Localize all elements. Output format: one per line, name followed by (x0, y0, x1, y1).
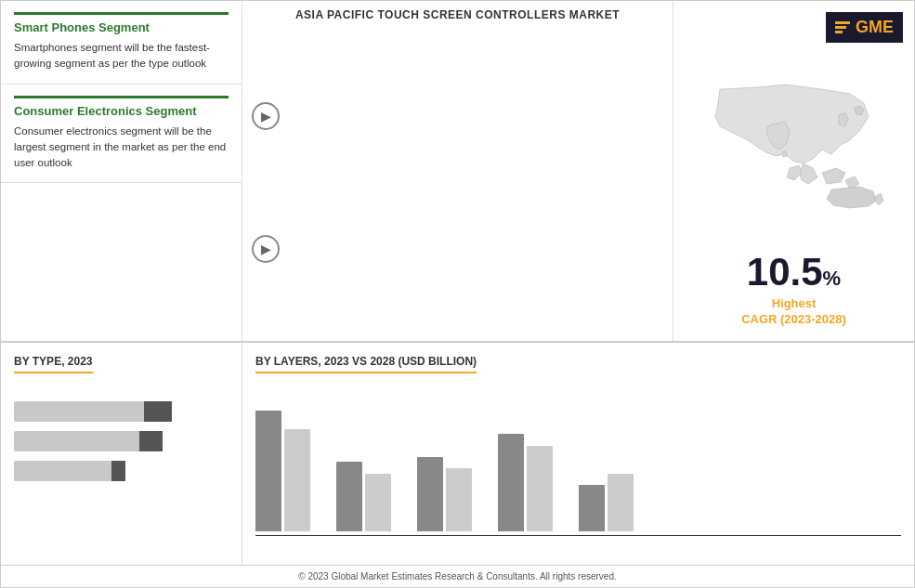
segment1-text: Smartphones segment will be the fastest-… (14, 40, 229, 72)
hbar-3-fill (111, 461, 125, 481)
hbar-row-3 (14, 461, 229, 481)
segment2-text: Consumer electronics segment will be the… (14, 124, 229, 172)
cagr-label: Highest (741, 296, 846, 310)
segment1-title: Smart Phones Segment (14, 12, 229, 34)
hbar-1-fill (144, 401, 172, 422)
vbar-3a (417, 457, 443, 531)
arrows-container: ▶ ▶ (252, 31, 280, 333)
market-title: ASIA PACIFIC TOUCH SCREEN CONTROLLERS MA… (252, 8, 663, 21)
vbar-group-4 (498, 434, 553, 531)
hbar-chart (14, 401, 229, 481)
top-section: Smart Phones Segment Smartphones segment… (1, 1, 914, 342)
asia-pacific-map (701, 80, 887, 210)
vbar-2a (336, 462, 362, 531)
left-panel: Smart Phones Segment Smartphones segment… (1, 1, 242, 341)
main-container: Smart Phones Segment Smartphones segment… (0, 0, 915, 588)
chart-left: BY TYPE, 2023 (1, 343, 242, 565)
cagr-sublabel: CAGR (2023-2028) (741, 312, 846, 326)
gme-logo-text: GME (856, 18, 894, 37)
vbar-group-3 (417, 457, 472, 531)
vbar-1b (284, 429, 310, 531)
vbar-group-2 (336, 462, 391, 531)
hbar-3 (14, 461, 125, 481)
segment1-box: Smart Phones Segment Smartphones segment… (1, 1, 242, 85)
map-container (701, 46, 887, 242)
chart-right-title: BY LAYERS, 2023 VS 2028 (USD BILLION) (255, 355, 477, 373)
footer: © 2023 Global Market Estimates Research … (1, 565, 914, 587)
vbar-5a (579, 485, 605, 531)
gme-logo-container: GME (681, 8, 907, 46)
vbar-group-1 (255, 411, 310, 531)
gme-bar-3 (835, 31, 843, 33)
hbar-row-2 (14, 431, 229, 451)
vbar-1a (255, 411, 281, 531)
cagr-section: 10.5% Highest CAGR (2023-2028) (734, 242, 854, 333)
vbar-chart-wrapper (255, 383, 901, 536)
segment2-box: Consumer Electronics Segment Consumer el… (1, 85, 242, 184)
hbar-row-1 (14, 401, 229, 422)
gme-bar-2 (835, 26, 846, 29)
gme-logo-box: GME (826, 12, 903, 43)
cagr-value-display: 10.5% (741, 250, 846, 294)
vbar-2b (365, 474, 391, 531)
gme-bar-1 (835, 21, 850, 24)
gme-icon (835, 21, 850, 33)
x-axis (255, 535, 901, 536)
vbar-3b (446, 468, 472, 531)
middle-panel: ASIA PACIFIC TOUCH SCREEN CONTROLLERS MA… (242, 1, 673, 341)
arrow-icon-2: ▶ (252, 235, 280, 263)
cagr-percent: % (823, 267, 842, 290)
footer-text: © 2023 Global Market Estimates Research … (298, 571, 617, 581)
bottom-section: BY TYPE, 2023 (1, 342, 914, 565)
hbar-1 (14, 401, 172, 422)
hbar-2-fill (139, 431, 163, 451)
vbar-4b (527, 446, 553, 531)
vbar-chart (255, 383, 901, 531)
segment2-title: Consumer Electronics Segment (14, 96, 229, 118)
chart-right: BY LAYERS, 2023 VS 2028 (USD BILLION) (242, 343, 914, 565)
vbar-4a (498, 434, 524, 531)
right-panel: GME (673, 1, 914, 341)
vbar-5b (608, 474, 634, 531)
arrow-icon-1: ▶ (252, 102, 280, 130)
cagr-number: 10.5 (747, 250, 823, 294)
chart-left-title: BY TYPE, 2023 (14, 355, 93, 373)
vbar-group-5 (579, 474, 634, 531)
hbar-2 (14, 431, 163, 451)
